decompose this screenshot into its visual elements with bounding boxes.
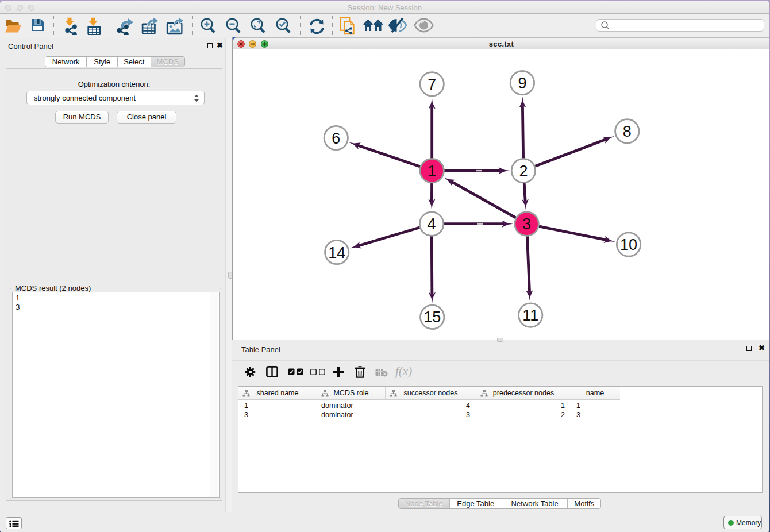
svg-text:10: 10 (620, 236, 637, 253)
svg-text:15: 15 (424, 309, 441, 326)
svg-text:2: 2 (519, 163, 528, 180)
svg-text:11: 11 (522, 307, 538, 324)
svg-text:9: 9 (518, 75, 526, 92)
svg-text:1: 1 (428, 163, 436, 180)
svg-text:6: 6 (332, 130, 340, 147)
svg-text:8: 8 (623, 123, 632, 140)
svg-text:3: 3 (522, 215, 531, 233)
svg-text:14: 14 (328, 244, 345, 261)
svg-text:7: 7 (428, 76, 436, 93)
svg-text:4: 4 (428, 215, 436, 233)
